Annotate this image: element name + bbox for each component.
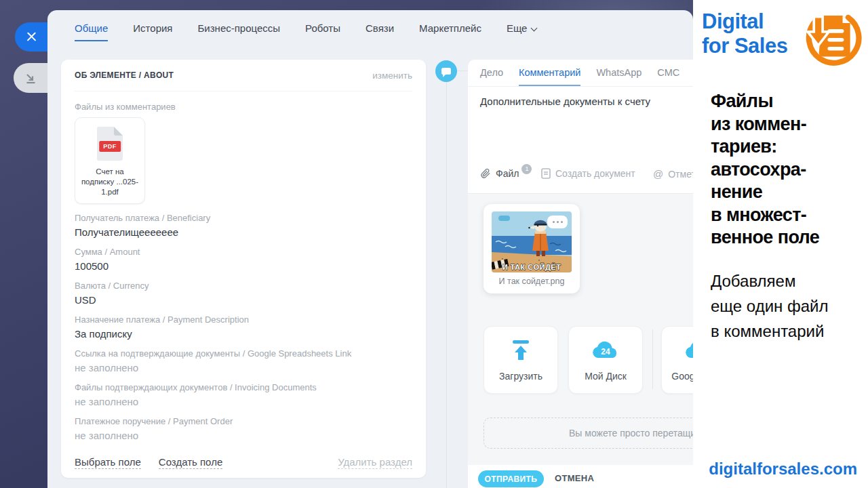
heading-line: венное поле	[711, 226, 819, 249]
send-button[interactable]: ОТПРАВИТЬ	[478, 470, 544, 487]
pdf-file-name: Счет на подписку ...025-1.pdf	[79, 167, 141, 197]
heading-line: в множест-	[711, 204, 819, 227]
website-link[interactable]: digitalforsales.com	[709, 460, 857, 479]
upload-option-label: Google Диск	[671, 371, 693, 382]
promo-heading: Файлы из коммен- тариев: автосохра- нени…	[711, 90, 819, 249]
google-drive-button[interactable]: Google Диск	[661, 326, 693, 394]
tab-business-processes[interactable]: Бизнес-процессы	[198, 22, 281, 41]
field-label: Ссылка на подтверждающие документы / Goo…	[75, 348, 412, 359]
field-payment-order: Платежное поручение / Payment Order не з…	[75, 416, 412, 441]
document-icon	[541, 168, 551, 179]
paperclip-icon	[480, 168, 491, 179]
heading-line: тариев:	[711, 136, 819, 159]
field-label: Сумма / Amount	[75, 247, 412, 257]
drive-badge: 24	[601, 347, 610, 357]
brand-logo-text: Digital for Sales	[702, 9, 787, 58]
attached-pdf-card[interactable]: PDF Счет на подписку ...025-1.pdf	[75, 117, 145, 204]
heading-line: нение	[711, 181, 819, 204]
about-section-footer: Выбрать поле Создать поле Удалить раздел	[75, 456, 412, 469]
field-value-empty[interactable]: не заполнено	[75, 362, 412, 373]
attach-file-button[interactable]: Файл 1	[480, 168, 532, 179]
field-value[interactable]: Получателищеееееее	[75, 226, 412, 238]
tab-history[interactable]: История	[133, 22, 172, 41]
my-drive-button[interactable]: 24 Мой Диск	[568, 326, 643, 394]
editor-toolbar: Файл 1 Создать документ @ Отметить	[468, 168, 693, 188]
brand-document-download-icon	[800, 7, 863, 72]
delete-section-link[interactable]: Удалить раздел	[338, 456, 412, 469]
select-field-link[interactable]: Выбрать поле	[75, 456, 141, 469]
about-section-header: ОБ ЭЛЕМЕНТЕ / ABOUT изменить	[75, 60, 412, 92]
entity-tab-bar: Общие История Бизнес-процессы Роботы Свя…	[47, 10, 693, 41]
close-slider-button[interactable]	[15, 22, 47, 52]
tab-marketplace[interactable]: Маркетплейс	[419, 22, 481, 41]
attached-image-preview: И ТАК СОЙДЁТ	[492, 211, 572, 272]
field-beneficiary: Получатель платежа / Beneficiary Получат…	[75, 213, 412, 238]
create-document-button[interactable]: Создать документ	[541, 168, 635, 179]
heading-line: автосохра-	[711, 159, 819, 182]
body-line: в комментарий	[711, 319, 829, 344]
at-icon: @	[653, 168, 663, 180]
field-invoicing-documents: Файлы подтверждающих документов / Invoic…	[75, 382, 412, 407]
attached-image-filename: И так сойдет.png	[492, 277, 572, 286]
comment-timeline-button[interactable]	[435, 60, 457, 82]
upload-arrow-icon	[508, 339, 534, 362]
attached-image-card[interactable]: И ТАК СОЙДЁТ И так сойдет.png	[484, 204, 580, 293]
comment-input[interactable]: Дополнительные документы к счету	[468, 87, 693, 116]
section-title: ОБ ЭЛЕМЕНТЕ / ABOUT	[75, 70, 174, 80]
upload-from-computer-button[interactable]: Загрузить	[484, 326, 558, 394]
field-value-empty[interactable]: не заполнено	[75, 430, 412, 441]
cancel-button[interactable]: ОТМЕНА	[555, 473, 594, 483]
pdf-badge: PDF	[99, 141, 121, 152]
google-drive-icon	[683, 339, 693, 362]
upload-option-label: Загрузить	[499, 371, 542, 382]
brand-line1: Digital	[702, 9, 787, 34]
field-value[interactable]: 100500	[75, 260, 412, 272]
file-count-badge: 1	[521, 164, 532, 174]
tab-activity[interactable]: Дело	[480, 60, 503, 86]
body-line: еще один файл	[711, 293, 829, 319]
tab-whatsapp[interactable]: WhatsApp	[596, 60, 642, 86]
collapse-slider-button[interactable]	[14, 63, 47, 93]
pdf-document-icon: PDF	[97, 127, 123, 161]
field-value[interactable]: USD	[75, 294, 412, 306]
body-line: Добавляем	[711, 268, 829, 293]
image-caption: И ТАК СОЙДЁТ	[502, 263, 561, 271]
mention-button[interactable]: @ Отметить	[653, 168, 693, 180]
promo-subtext: Добавляем еще один файл в комментарий	[711, 268, 829, 344]
field-label: Валюта / Currency	[75, 281, 412, 291]
tab-more-label: Еще	[507, 22, 528, 34]
image-menu-button[interactable]	[547, 216, 568, 228]
timeline-line	[446, 82, 447, 488]
bitrix-drive-cloud-icon: 24	[590, 339, 621, 362]
file-dropzone[interactable]: Вы можете просто перетащить файлы	[484, 418, 693, 449]
mention-label: Отметить	[668, 169, 693, 180]
field-value[interactable]: За подписку	[75, 328, 412, 340]
field-currency: Валюта / Currency USD	[75, 281, 412, 306]
dropzone-hint: Вы можете просто перетащить файлы	[569, 428, 693, 439]
tab-robots[interactable]: Роботы	[305, 22, 340, 41]
tab-comment[interactable]: Комментарий	[519, 60, 580, 86]
attachments-area: И ТАК СОЙДЁТ И так сойдет.png Загрузить	[468, 193, 693, 465]
field-label: Файлы подтверждающих документов / Invoic…	[75, 382, 412, 392]
field-spreadsheets-link: Ссылка на подтверждающие документы / Goo…	[75, 348, 412, 373]
field-label: Получатель платежа / Beneficiary	[75, 213, 412, 223]
create-field-link[interactable]: Создать поле	[159, 456, 222, 469]
edit-link[interactable]: изменить	[372, 70, 412, 81]
editor-tab-bar: Дело Комментарий WhatsApp СМС	[468, 60, 693, 87]
close-icon	[26, 31, 37, 43]
tab-links[interactable]: Связи	[366, 22, 394, 41]
tab-more[interactable]: Еще	[507, 22, 537, 41]
brand-line2: for Sales	[702, 34, 787, 58]
about-section-card: ОБ ЭЛЕМЕНТЕ / ABOUT изменить Файлы из ко…	[61, 60, 426, 478]
timeline-editor-card: Дело Комментарий WhatsApp СМС Дополнител…	[468, 60, 693, 488]
field-label: Назначение платежа / Payment Description	[75, 314, 412, 325]
tab-general[interactable]: Общие	[75, 22, 108, 41]
field-payment-description: Назначение платежа / Payment Description…	[75, 314, 412, 340]
field-value-empty[interactable]: не заполнено	[75, 396, 412, 407]
field-amount: Сумма / Amount 100500	[75, 247, 412, 272]
heading-line: из коммен-	[711, 113, 819, 136]
create-document-label: Создать документ	[555, 168, 635, 179]
tab-sms[interactable]: СМС	[657, 60, 679, 86]
attach-file-label: Файл	[496, 168, 519, 179]
entity-slider-panel: Общие История Бизнес-процессы Роботы Свя…	[47, 10, 693, 488]
